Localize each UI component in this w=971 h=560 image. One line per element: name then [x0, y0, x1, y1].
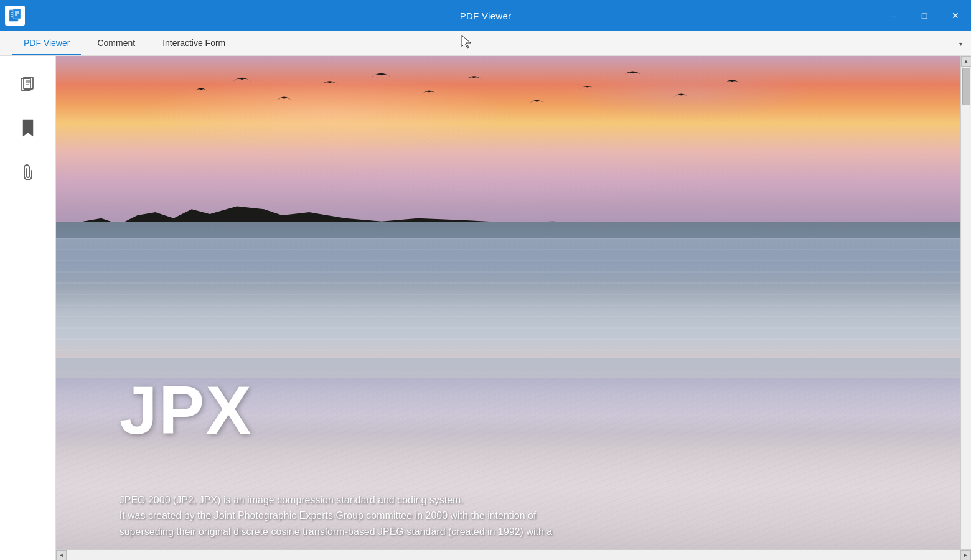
description-line2: It was created by the Joint Photographic…	[120, 508, 898, 524]
description-line3: superseding their original discrete cosi…	[120, 524, 898, 540]
birds-layer	[56, 66, 939, 192]
content-area: JPX JPEG 2000 (JP2, JPX) is an image com…	[56, 56, 971, 560]
scroll-up-button[interactable]: ▲	[961, 56, 972, 67]
pdf-title: JPX	[120, 370, 253, 449]
description-line1: JPEG 2000 (JP2, JPX) is an image compres…	[120, 492, 898, 508]
tab-pdf-viewer[interactable]: PDF Viewer	[12, 33, 81, 55]
svg-rect-5	[13, 9, 21, 19]
tab-interactive-form[interactable]: Interactive Form	[151, 33, 237, 55]
titlebar-title: PDF Viewer	[460, 11, 512, 21]
sidebar-bookmark-icon[interactable]	[9, 110, 47, 147]
scroll-right-button[interactable]: ►	[960, 550, 971, 561]
scroll-track-h[interactable]	[67, 550, 960, 560]
maximize-button[interactable]: □	[909, 0, 940, 31]
sidebar-pages-icon[interactable]	[9, 66, 47, 103]
tab-dropdown-icon[interactable]: ▾	[957, 37, 965, 49]
sidebar-attachment-icon[interactable]	[9, 153, 47, 190]
minimize-button[interactable]: ─	[878, 0, 909, 31]
pdf-description: JPEG 2000 (JP2, JPX) is an image compres…	[120, 492, 898, 540]
close-button[interactable]: ✕	[940, 0, 971, 31]
main-layout: JPX JPEG 2000 (JP2, JPX) is an image com…	[0, 56, 971, 560]
horizontal-scrollbar[interactable]: ◄ ►	[56, 549, 971, 560]
tab-comment[interactable]: Comment	[86, 33, 146, 55]
titlebar-left	[5, 6, 25, 26]
vertical-scrollbar[interactable]: ▲ ▼	[960, 56, 971, 560]
tabbar: PDF Viewer Comment Interactive Form ▾	[0, 31, 971, 56]
scroll-left-button[interactable]: ◄	[56, 550, 67, 561]
titlebar: PDF Viewer ─ □ ✕	[0, 0, 971, 31]
pdf-page: JPX JPEG 2000 (JP2, JPX) is an image com…	[56, 56, 960, 560]
sidebar	[0, 56, 56, 560]
scroll-track-v[interactable]	[961, 67, 971, 549]
titlebar-controls: ─ □ ✕	[878, 0, 971, 31]
app-icon	[5, 6, 25, 26]
scroll-thumb-v[interactable]	[962, 68, 970, 105]
